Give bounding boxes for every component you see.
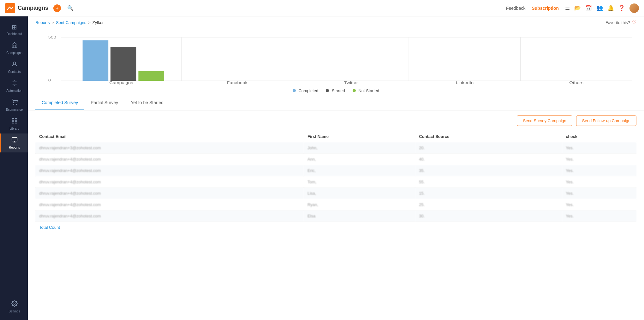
automation-icon [11, 80, 18, 88]
help-icon[interactable]: ❓ [618, 5, 625, 11]
tab-completed-survey[interactable]: Completed Survey [35, 96, 84, 110]
legend-completed: Completed [293, 88, 319, 93]
search-icon[interactable]: 🔍 [67, 5, 74, 11]
sidebar-item-automation[interactable]: Automation [0, 77, 28, 96]
favorite-text: Favorite this? [605, 20, 630, 25]
subscription-link[interactable]: Subscription [532, 6, 559, 11]
cell-source: 55. [415, 176, 562, 188]
sidebar-item-dashboard[interactable]: ⊞ Dashboard [0, 20, 28, 39]
table-actions: Send Survey Campaign Send Follow-up Camp… [35, 116, 636, 126]
heart-icon[interactable]: ♡ [632, 20, 636, 26]
chart-legend: Completed Started Not Started [35, 88, 636, 93]
sidebar-label-settings: Settings [9, 310, 20, 313]
table-header-row: Contact Email First Name Contact Source … [35, 131, 636, 142]
svg-point-11 [14, 303, 15, 305]
cell-check: Yes. [562, 176, 636, 188]
col-check: check [562, 131, 636, 142]
table-row: dhruv.rajendran+4@zohotest.com Elsa 30. … [35, 210, 636, 222]
cell-email: dhruv.rajendran+4@zohotest.com [35, 188, 304, 199]
sidebar-label-dashboard: Dashboard [7, 32, 22, 36]
tabs-bar: Completed Survey Partial Survey Yet to b… [28, 96, 644, 110]
sidebar-label-library: Library [9, 127, 19, 130]
svg-text:Others: Others [569, 81, 583, 85]
sidebar-label-campaigns: Campaigns [6, 51, 22, 55]
legend-dot-not-started [353, 89, 356, 92]
total-count-link[interactable]: Total Count [35, 222, 636, 233]
col-contact-email: Contact Email [35, 131, 304, 142]
legend-label-started: Started [332, 88, 345, 93]
legend-label-completed: Completed [298, 88, 318, 93]
sidebar-item-contacts[interactable]: Contacts [0, 58, 28, 77]
top-header: Campaigns + 🔍 Feedback Subscription ☰ 📂 … [0, 0, 644, 16]
cell-check: Yes. [562, 210, 636, 222]
reports-icon [11, 137, 18, 145]
svg-text:LinkedIn: LinkedIn [456, 81, 474, 85]
cell-email: dhruv.rajendran+4@zohotest.com [35, 199, 304, 210]
table-row: dhruv.rajendran+4@zohotest.com Ann, 40. … [35, 154, 636, 165]
folder-icon[interactable]: 📂 [574, 5, 581, 11]
bell-icon[interactable]: 🔔 [607, 5, 614, 11]
svg-rect-7 [15, 121, 17, 123]
sidebar-label-reports: Reports [9, 146, 20, 149]
campaigns-icon [11, 42, 18, 50]
main-layout: ⊞ Dashboard Campaigns Contacts Automatio… [0, 16, 644, 320]
cell-source: 30. [415, 210, 562, 222]
legend-dot-started [326, 89, 329, 92]
library-icon [11, 118, 18, 126]
svg-text:Campaigns: Campaigns [109, 81, 133, 85]
breadcrumb-reports[interactable]: Reports [35, 20, 50, 25]
cell-email: dhruv.rajendran+3@zohotest.com [35, 142, 304, 154]
sidebar-item-campaigns[interactable]: Campaigns [0, 39, 28, 58]
svg-point-1 [13, 62, 15, 64]
breadcrumb: Reports > Sent Campaigns > Zylker [35, 20, 104, 25]
users-icon[interactable]: 👥 [596, 5, 603, 11]
avatar[interactable] [629, 3, 639, 13]
sidebar-item-library[interactable]: Library [0, 115, 28, 133]
contacts-icon [11, 61, 18, 69]
table-row: dhruv.rajendran+4@zohotest.com Lisa, 15.… [35, 188, 636, 199]
cell-check: Yes. [562, 165, 636, 176]
contacts-table: Contact Email First Name Contact Source … [35, 131, 636, 222]
tab-yet-to-start[interactable]: Yet to be Started [124, 96, 170, 110]
send-followup-campaign-button[interactable]: Send Follow-up Campaign [576, 116, 636, 126]
sidebar-label-automation: Automation [6, 89, 22, 92]
calendar-icon[interactable]: 📅 [585, 5, 592, 11]
sidebar-item-reports[interactable]: Reports [0, 133, 28, 152]
settings-icon [11, 300, 18, 308]
table-row: dhruv.rajendran+4@zohotest.com Ryan, 25.… [35, 199, 636, 210]
favorite-area[interactable]: Favorite this? ♡ [605, 20, 636, 26]
cell-first-name: John, [304, 142, 415, 154]
cell-first-name: Elsa [304, 210, 415, 222]
svg-point-2 [13, 104, 14, 105]
cell-first-name: Tom, [304, 176, 415, 188]
cell-source: 25. [415, 199, 562, 210]
table-row: dhruv.rajendran+3@zohotest.com John, 20.… [35, 142, 636, 154]
legend-dot-completed [293, 89, 296, 92]
cell-source: 20. [415, 142, 562, 154]
svg-text:Twitter: Twitter [344, 81, 358, 85]
sidebar-item-ecommerce[interactable]: Ecommerce [0, 96, 28, 115]
breadcrumb-sep-1: > [52, 20, 54, 25]
cell-source: 40. [415, 154, 562, 165]
add-campaign-button[interactable]: + [53, 4, 61, 12]
send-survey-campaign-button[interactable]: Send Survey Campaign [517, 116, 572, 126]
cell-first-name: Lisa, [304, 188, 415, 199]
cell-first-name: Eric, [304, 165, 415, 176]
table-row: dhruv.rajendran+4@zohotest.com Eric, 35.… [35, 165, 636, 176]
tab-partial-survey[interactable]: Partial Survey [84, 96, 124, 110]
feedback-link[interactable]: Feedback [506, 6, 525, 11]
svg-text:500: 500 [48, 35, 56, 39]
svg-rect-4 [12, 119, 14, 121]
ecommerce-icon [11, 99, 18, 107]
sidebar-label-ecommerce: Ecommerce [6, 108, 23, 111]
sidebar: ⊞ Dashboard Campaigns Contacts Automatio… [0, 16, 28, 320]
breadcrumb-sent-campaigns[interactable]: Sent Campaigns [56, 20, 86, 25]
svg-text:Facebook: Facebook [227, 81, 247, 85]
header-icons: ☰ 📂 📅 👥 🔔 ❓ [565, 3, 639, 13]
logo-area: Campaigns + 🔍 [5, 3, 74, 13]
sidebar-item-settings[interactable]: Settings [0, 297, 28, 316]
bar-chart: 500 0 Campaigns Facebook [35, 34, 636, 85]
list-icon[interactable]: ☰ [565, 5, 570, 11]
content-scroll: 500 0 Campaigns Facebook [28, 29, 644, 320]
cell-email: dhruv.rajendran+4@zohotest.com [35, 154, 304, 165]
